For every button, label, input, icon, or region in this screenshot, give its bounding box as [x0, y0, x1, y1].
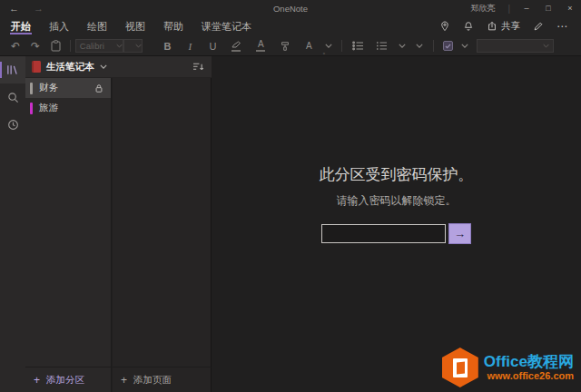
location-icon[interactable]	[439, 21, 450, 32]
lock-icon	[94, 83, 103, 93]
section-label: 旅游	[39, 102, 58, 114]
font-name-value: Calibri	[76, 41, 116, 51]
more-options-button[interactable]: ⋯	[556, 20, 568, 33]
pencil-icon[interactable]	[533, 21, 544, 32]
back-button[interactable]: ←	[9, 3, 19, 14]
recent-notes-button[interactable]	[0, 111, 25, 138]
forward-button[interactable]: →	[34, 3, 44, 14]
font-size-select[interactable]	[123, 39, 143, 53]
watermark: Office教程网 www.office26.com	[442, 348, 574, 387]
font-color-bar	[256, 50, 265, 52]
section-item-finance[interactable]: 财务	[25, 78, 111, 98]
highlighter-button[interactable]	[224, 38, 249, 54]
bullet-list-button[interactable]	[347, 38, 370, 54]
toolbar-divider	[70, 40, 71, 52]
tab-class-notebook[interactable]: 课堂笔记本	[192, 16, 261, 36]
section-item-travel[interactable]: 旅游	[25, 98, 111, 118]
search-button[interactable]	[0, 83, 25, 111]
clear-format-sub: ₓ	[323, 49, 325, 55]
todo-tag-button[interactable]	[438, 38, 458, 54]
search-icon	[7, 92, 19, 103]
chevron-down-icon	[461, 44, 468, 48]
share-label: 共享	[501, 20, 520, 33]
watermark-url: www.office26.com	[487, 370, 574, 381]
section-color-bar	[30, 103, 33, 114]
left-rail	[0, 56, 25, 392]
tab-home[interactable]: 开始	[2, 16, 40, 36]
chevron-down-icon	[325, 44, 332, 48]
minimize-button[interactable]: –	[516, 0, 537, 16]
chevron-down-icon	[116, 44, 123, 48]
sort-icon	[192, 62, 204, 72]
font-color-glyph: A	[258, 40, 264, 49]
menubar: 开始 插入 绘图 视图 帮助 课堂笔记本 共享	[0, 16, 581, 36]
watermark-title: Office教程网	[484, 354, 574, 371]
password-row: →	[321, 223, 471, 244]
numbered-list-button[interactable]	[370, 38, 394, 54]
redo-button[interactable]: ↷	[25, 38, 45, 54]
toolbar-divider	[433, 40, 434, 52]
content-canvas: 此分区受到密码保护。 请输入密码以解除锁定。 →	[212, 56, 581, 392]
share-button[interactable]: 共享	[487, 20, 520, 33]
tag-options-button[interactable]	[458, 38, 471, 54]
undo-button[interactable]: ↶	[5, 38, 25, 54]
bell-icon[interactable]	[463, 21, 474, 32]
plus-icon: +	[34, 374, 40, 387]
unlock-button[interactable]: →	[448, 223, 471, 244]
bold-button[interactable]: B	[156, 38, 179, 54]
clock-icon	[7, 119, 19, 131]
share-icon	[487, 21, 497, 32]
notebook-switcher[interactable]: 生活笔记本	[46, 61, 94, 74]
clear-format-glyph: A	[306, 41, 312, 51]
password-input[interactable]	[321, 224, 446, 243]
add-section-button[interactable]: + 添加分区	[25, 367, 112, 392]
paste-button[interactable]	[45, 38, 65, 54]
formatting-toolbar: ↶ ↷ Calibri B I U A	[0, 36, 581, 56]
format-painter-button[interactable]	[273, 38, 298, 54]
office-logo-icon	[442, 348, 478, 387]
add-page-label: 添加页面	[133, 374, 172, 387]
user-account[interactable]: 郑欣亮	[458, 3, 507, 15]
chevron-down-icon	[416, 44, 423, 48]
bullet-list-icon	[352, 41, 364, 51]
library-icon	[6, 64, 19, 76]
titlebar-separator: |	[507, 4, 516, 14]
titlebar: ← → OneNote 郑欣亮 | – □ ×	[0, 0, 581, 16]
tab-insert[interactable]: 插入	[40, 16, 78, 36]
numbered-list-icon	[376, 41, 388, 51]
pages-pane	[113, 78, 212, 367]
sort-sections-button[interactable]	[192, 62, 204, 72]
tab-help[interactable]: 帮助	[154, 16, 192, 36]
italic-button[interactable]: I	[179, 38, 202, 54]
notebooks-button[interactable]	[0, 56, 25, 83]
highlighter-icon	[231, 41, 241, 49]
underline-button[interactable]: U	[202, 38, 224, 54]
chevron-down-icon	[543, 44, 549, 48]
add-page-button[interactable]: + 添加页面	[113, 367, 212, 392]
tab-draw[interactable]: 绘图	[78, 16, 116, 36]
add-section-label: 添加分区	[46, 374, 84, 387]
clipboard-icon	[51, 40, 61, 52]
maximize-button[interactable]: □	[537, 0, 559, 16]
font-select[interactable]: Calibri	[75, 39, 123, 53]
clear-formatting-button[interactable]: A ₓ	[298, 38, 320, 54]
section-label: 财务	[39, 82, 58, 94]
protected-section-title: 此分区受到密码保护。	[320, 164, 474, 185]
chevron-down-icon[interactable]	[100, 64, 107, 69]
notebook-icon	[32, 61, 41, 73]
protected-section-subtitle: 请输入密码以解除锁定。	[337, 193, 457, 209]
toolbar-overflow-button[interactable]	[410, 38, 428, 54]
toolbar-divider	[341, 40, 342, 52]
format-painter-icon	[280, 41, 290, 52]
tab-view[interactable]: 视图	[116, 16, 154, 36]
checkbox-icon	[443, 41, 453, 51]
more-list-options-button[interactable]	[394, 38, 410, 54]
chevron-down-icon	[135, 44, 142, 48]
notebook-header: 生活笔记本	[25, 56, 212, 78]
highlight-color-bar	[231, 50, 241, 52]
styles-select[interactable]	[477, 39, 554, 53]
sections-pane: 财务 旅游	[25, 78, 112, 367]
close-button[interactable]: ×	[559, 0, 581, 16]
font-color-button[interactable]: A	[249, 38, 273, 54]
office-document-glyph	[453, 358, 468, 377]
